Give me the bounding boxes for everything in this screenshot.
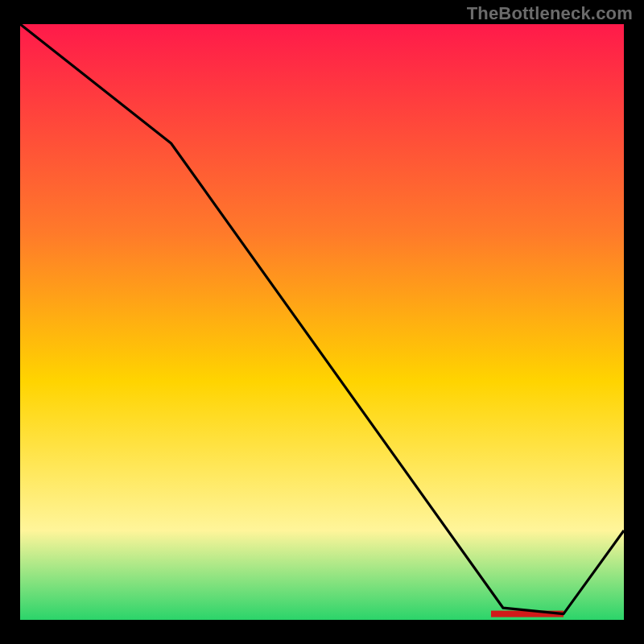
plot-area: [20, 24, 624, 620]
bottleneck-chart: [20, 24, 624, 620]
gradient-background: [20, 24, 624, 620]
watermark-text: TheBottleneck.com: [467, 3, 633, 24]
chart-frame: TheBottleneck.com: [0, 0, 644, 644]
